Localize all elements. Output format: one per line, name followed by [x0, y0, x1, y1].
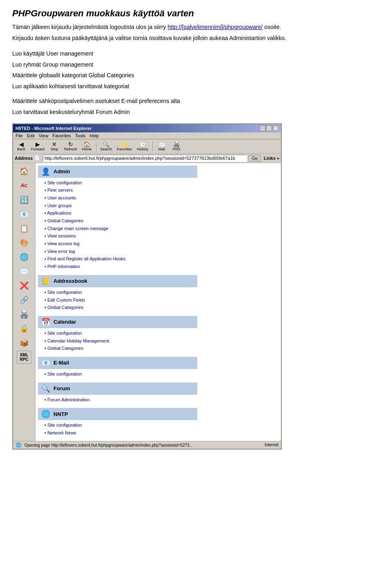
link-peer-servers[interactable]: Peer servers [45, 186, 278, 194]
sidebar-icon-13[interactable]: XMLRPC [17, 351, 31, 364]
browser-toolbar: ◀ Back ▶ Forward ✕ Stop ↻ Refresh 🏠 Home… [13, 139, 281, 154]
sidebar-icons: 🏠 AC 🔢 📧 📋 🎨 🌐 ✉️ ❌ 🔗 🖨️ 🔒 📦 XMLRPC [13, 163, 36, 441]
menu-tools[interactable]: Tools [75, 133, 86, 138]
admin-section: 👤 Admin Site configuration Peer servers … [38, 166, 278, 272]
browser-titlebar: HIITED - Microsoft Internet Explorer _ □… [13, 124, 281, 132]
intro-paragraph-1: Tämän jälkeen kirjaudu järjestelmästä lo… [12, 23, 380, 31]
link-view-sessions[interactable]: View sessions [45, 232, 278, 240]
minimize-button[interactable]: _ [260, 125, 265, 131]
favorites-button[interactable]: ⭐ Favorites [115, 141, 134, 152]
stop-icon: ✕ [52, 141, 57, 147]
favorites-icon: ⭐ [121, 141, 128, 147]
list-item-5: Määrittele sähköpostipalvelimen asetukse… [12, 96, 380, 107]
forum-icon: 🔍 [41, 384, 50, 393]
titlebar-buttons: _ □ ✕ [260, 125, 278, 131]
sidebar-icon-10[interactable]: 🖨️ [17, 308, 31, 321]
link-user-accounts[interactable]: User accounts [45, 194, 278, 202]
nntp-section: 🌐 NNTP Site configuration Network News [38, 408, 278, 438]
list-item-2: Luo ryhmät Group management [12, 59, 380, 70]
sidebar-icon-9[interactable]: 🔗 [17, 293, 31, 307]
calendar-section-header: 📅 Calendar [38, 316, 197, 328]
sidebar-icon-11[interactable]: 🔒 [17, 322, 31, 335]
intro-link[interactable]: http://[palvelimennimi]/phpgroupware/ [168, 24, 263, 30]
addressbook-section-header: 📒 Addressbook [38, 275, 197, 287]
link-nntp-network-news[interactable]: Network News [45, 429, 278, 437]
link-cal-site-config[interactable]: Site configuration [45, 329, 278, 337]
browser-content-area: 🏠 AC 🔢 📧 📋 🎨 🌐 ✉️ ❌ 🔗 🖨️ 🔒 📦 XMLRPC 👤 Ad… [13, 163, 281, 441]
stop-button[interactable]: ✕ Stop [48, 141, 61, 152]
home-button[interactable]: 🏠 Home [80, 141, 94, 152]
print-icon: 🖨️ [173, 141, 180, 147]
home-icon: 🏠 [83, 141, 90, 147]
sidebar-icon-4[interactable]: 📋 [17, 222, 31, 235]
admin-links: Site configuration Peer servers User acc… [38, 178, 278, 272]
calendar-links: Site configuration Calendar Holiday Mana… [38, 328, 278, 354]
sidebar-icon-7[interactable]: ✉️ [17, 265, 31, 278]
sidebar-icon-1[interactable]: AC [17, 179, 31, 192]
nntp-title: NNTP [53, 411, 68, 417]
sidebar-icon-6[interactable]: 🌐 [17, 251, 31, 264]
print-button[interactable]: 🖨️ Print [170, 141, 183, 152]
back-icon: ◀ [19, 141, 24, 147]
link-applications[interactable]: Applications [45, 209, 278, 217]
main-content: 👤 Admin Site configuration Peer servers … [36, 163, 281, 441]
sidebar-icon-3[interactable]: 📧 [17, 208, 31, 221]
forward-button[interactable]: ▶ Forward [29, 141, 46, 152]
menu-help[interactable]: Help [89, 133, 99, 138]
history-icon: 🕒 [139, 141, 146, 147]
forward-icon: ▶ [36, 141, 40, 147]
sidebar-icon-8[interactable]: ❌ [17, 279, 31, 292]
intro-paragraph-2: Kirjaudu äsken luotuna pääkäyttäjänä ja … [12, 34, 380, 43]
address-input[interactable] [42, 154, 247, 162]
link-cal-holiday[interactable]: Calendar Holiday Management [45, 337, 278, 345]
browser-statusbar: 🌐 Opening page http://leftovers.soberit.… [13, 441, 281, 449]
list-item-3: Määrittele globaalit kategoriat Global C… [12, 70, 380, 81]
link-site-config[interactable]: Site configuration [45, 179, 278, 187]
link-view-access-log[interactable]: View access log [45, 240, 278, 248]
link-forum-admin[interactable]: Forum Administration [45, 396, 278, 404]
page-title: PHPGroupwaren muokkaus käyttöä varten [12, 8, 380, 19]
link-view-error-log[interactable]: View error log [45, 248, 278, 255]
addressbook-icon: 📒 [41, 277, 50, 286]
sidebar-icon-12[interactable]: 📦 [17, 336, 31, 349]
close-button[interactable]: ✕ [273, 125, 278, 131]
menu-file[interactable]: File [16, 133, 23, 138]
link-find-register-hooks[interactable]: Find and Register all Application Hooks [45, 255, 278, 263]
link-ab-global-cat[interactable]: Global Categories [45, 304, 278, 311]
menu-favorites[interactable]: Favorites [52, 133, 71, 138]
maximize-button[interactable]: □ [266, 125, 272, 131]
mail-icon: ✉️ [158, 141, 165, 147]
menu-view[interactable]: View [39, 133, 49, 138]
sidebar-icon-5[interactable]: 🎨 [17, 236, 31, 249]
history-button[interactable]: 🕒 History [135, 141, 150, 152]
addressbook-links: Site configuration Edit Custom Fields Gl… [38, 287, 278, 313]
forum-section: 🔍 Forum Forum Administration [38, 383, 278, 405]
link-change-main-screen[interactable]: Change main screen message [45, 225, 278, 233]
link-ab-site-config[interactable]: Site configuration [45, 289, 278, 296]
list-item-4: Luo aplikaatio kohtaisesti tarvittavat k… [12, 81, 380, 92]
refresh-button[interactable]: ↻ Refresh [62, 141, 79, 152]
forum-section-header: 🔍 Forum [38, 383, 197, 395]
go-button[interactable]: Go [249, 155, 261, 161]
addressbook-section: 📒 Addressbook Site configuration Edit Cu… [38, 275, 278, 313]
link-email-site-config[interactable]: Site configuration [45, 370, 278, 378]
sidebar-icon-2[interactable]: 🔢 [17, 193, 31, 206]
link-global-categories[interactable]: Global Categories [45, 217, 278, 225]
nntp-icon: 🌐 [41, 409, 50, 418]
link-user-groups[interactable]: User groups [45, 202, 278, 210]
status-text: Opening page http://leftovers.soberit.hu… [24, 443, 193, 447]
calendar-icon: 📅 [41, 318, 50, 327]
search-button[interactable]: 🔍 Search [99, 141, 114, 152]
admin-section-header: 👤 Admin [38, 166, 197, 178]
link-php-info[interactable]: PHP information [45, 263, 278, 271]
back-button[interactable]: ◀ Back [15, 141, 28, 152]
menu-edit[interactable]: Edit [27, 133, 35, 138]
mail-button[interactable]: ✉️ Mail [155, 141, 168, 152]
link-nntp-site-config[interactable]: Site configuration [45, 421, 278, 429]
browser-window: HIITED - Microsoft Internet Explorer _ □… [12, 123, 282, 450]
link-ab-edit-custom[interactable]: Edit Custom Fields [45, 296, 278, 304]
link-cal-global-cat[interactable]: Global Categories [45, 345, 278, 352]
sidebar-icon-0[interactable]: 🏠 [17, 165, 31, 178]
status-right: Internet [265, 443, 278, 447]
address-page-icon: 📄 [34, 155, 40, 161]
